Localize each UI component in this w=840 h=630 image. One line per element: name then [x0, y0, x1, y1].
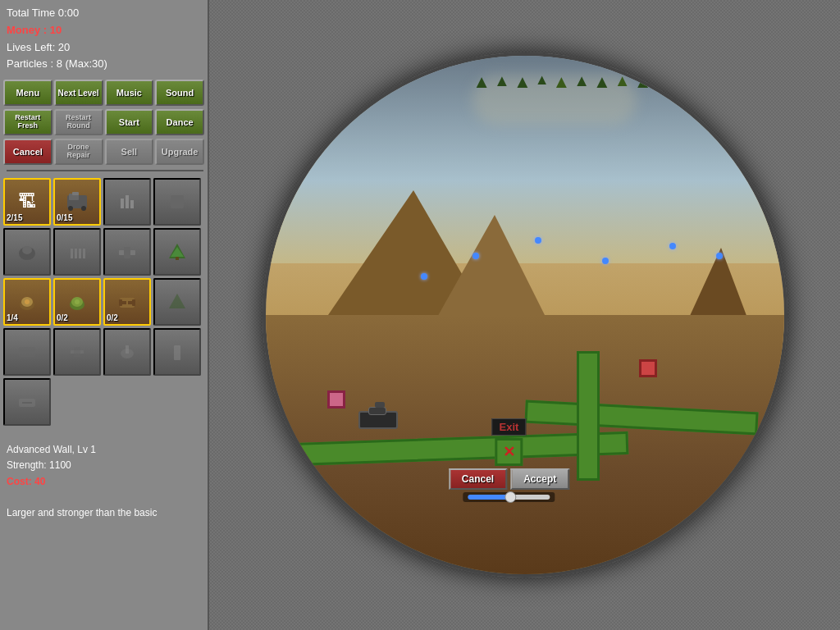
tank-1: [358, 411, 398, 429]
svg-rect-36: [126, 345, 129, 354]
info-panel: Advanced Wall, Lv 1 Strength: 1100 Cost:…: [0, 436, 208, 527]
next-level-button[interactable]: Next Level: [54, 80, 103, 106]
unit-icon-12: [164, 289, 190, 315]
svg-rect-8: [171, 195, 184, 208]
unit-cell-11[interactable]: 0/2: [103, 278, 151, 326]
svg-rect-12: [75, 249, 77, 258]
svg-rect-30: [132, 299, 135, 306]
unit-cell-1[interactable]: 🏗 2/15: [3, 178, 51, 226]
tree-2: ▲: [494, 71, 510, 93]
svg-point-10: [22, 246, 32, 254]
unit-cell-3[interactable]: [103, 178, 151, 226]
sidebar: Total Time 0:00 Money : 10 Lives Left: 2…: [0, 0, 209, 630]
projectile-5: [669, 243, 676, 249]
unit-cell-14[interactable]: [53, 328, 101, 376]
unit-cell-5[interactable]: [3, 228, 51, 276]
tree-9: ▲: [634, 71, 652, 93]
svg-rect-5: [121, 199, 124, 208]
tree-4: ▲: [535, 71, 550, 93]
dialog-accept-button[interactable]: Accept: [510, 468, 569, 490]
mountain-layer: [266, 61, 784, 346]
svg-rect-2: [72, 192, 79, 195]
unit-icon-11: [114, 289, 140, 315]
unit-cell-6[interactable]: [53, 228, 101, 276]
unit-icon-10: [64, 289, 90, 315]
unit-icon-5: [14, 239, 40, 265]
tree-1: ▲: [472, 71, 491, 93]
unit-icon-7: [114, 239, 140, 265]
tree-row: ▲ ▲ ▲ ▲ ▲ ▲ ▲ ▲ ▲ ▲ ▲: [472, 71, 691, 93]
unit-cell-12[interactable]: [153, 278, 201, 326]
dialog-buttons: Cancel Accept: [449, 468, 569, 490]
unit-cell-13[interactable]: [3, 328, 51, 376]
flag-left: [327, 390, 345, 409]
unit-icon-16: [164, 339, 190, 365]
button-row-3: Cancel Drone Repair Sell Upgrade: [0, 137, 208, 167]
money-display: Money : 10: [7, 22, 201, 39]
unit-icon-15: [114, 339, 140, 365]
projectile-6: [716, 253, 723, 259]
dance-button[interactable]: Dance: [155, 109, 204, 135]
unit-cell-4[interactable]: [153, 178, 201, 226]
stats-panel: Total Time 0:00 Money : 10 Lives Left: 2…: [0, 0, 208, 78]
slider-thumb[interactable]: [505, 491, 517, 503]
restart-fresh-button[interactable]: Restart Fresh: [3, 109, 52, 135]
dialog-cancel-button[interactable]: Cancel: [449, 468, 507, 490]
slider-track[interactable]: [468, 495, 550, 500]
unit-cell-16[interactable]: [153, 328, 201, 376]
projectile-2: [472, 253, 479, 259]
path-vertical-1: [577, 351, 600, 481]
svg-point-3: [68, 206, 73, 211]
unit-cell-9[interactable]: 1/4: [3, 278, 51, 326]
restart-round-button[interactable]: Restart Round: [54, 109, 103, 135]
exit-label: Exit: [492, 418, 527, 436]
tree-7: ▲: [593, 71, 611, 93]
unit-cell-8[interactable]: [153, 228, 201, 276]
unit-description: Larger and stronger than the basic: [7, 505, 201, 521]
unit-cost: Cost: 40: [7, 474, 201, 490]
start-button[interactable]: Start: [105, 109, 154, 135]
svg-rect-6: [126, 195, 129, 208]
unit-cell-7[interactable]: [103, 228, 151, 276]
unit-icon-3: [114, 189, 140, 215]
unit-count-2: 0/15: [57, 213, 72, 222]
svg-rect-34: [74, 347, 80, 357]
unit-icon-8: [164, 239, 190, 265]
unit-cell-15[interactable]: [103, 328, 151, 376]
svg-rect-32: [19, 347, 35, 357]
tree-6: ▲: [573, 71, 590, 93]
unit-icon-2: [64, 189, 90, 215]
divider: [7, 170, 203, 171]
menu-button[interactable]: Menu: [3, 80, 52, 106]
sell-button[interactable]: Sell: [105, 139, 154, 165]
unit-strength: Strength: 1100: [7, 458, 201, 473]
slider-container: [463, 492, 555, 502]
unit-cell-2[interactable]: 0/15: [53, 178, 101, 226]
tree-10: ▲: [655, 71, 669, 93]
unit-icon-17: [14, 389, 40, 415]
flag-right: [639, 359, 657, 377]
unit-icon-1: 🏗: [14, 189, 40, 215]
unit-icon-14: [64, 339, 90, 365]
tree-3: ▲: [514, 71, 532, 93]
exit-icon[interactable]: ✕: [495, 438, 523, 466]
cancel-button[interactable]: Cancel: [3, 139, 52, 165]
unit-count-1: 2/15: [7, 213, 22, 222]
unit-name: Advanced Wall, Lv 1: [7, 442, 201, 458]
music-button[interactable]: Music: [105, 80, 154, 106]
game-area: ▲ ▲ ▲ ▲ ▲ ▲ ▲ ▲ ▲ ▲ ▲: [209, 0, 840, 630]
svg-rect-39: [22, 402, 32, 404]
drone-repair-button[interactable]: Drone Repair: [54, 139, 103, 165]
total-time: Total Time 0:00: [7, 5, 201, 22]
svg-point-4: [81, 206, 86, 211]
unit-cell-17[interactable]: [3, 378, 51, 426]
sound-button[interactable]: Sound: [155, 80, 204, 106]
exit-overlay: Exit ✕ Cancel Accept: [449, 418, 569, 502]
upgrade-button[interactable]: Upgrade: [155, 139, 204, 165]
unit-icon-6: [64, 239, 90, 265]
unit-icon-13: [14, 339, 40, 365]
svg-point-22: [25, 299, 30, 304]
unit-count-11: 0/2: [107, 313, 118, 322]
tank-barrel: [375, 402, 385, 408]
unit-cell-10[interactable]: 0/2: [53, 278, 101, 326]
